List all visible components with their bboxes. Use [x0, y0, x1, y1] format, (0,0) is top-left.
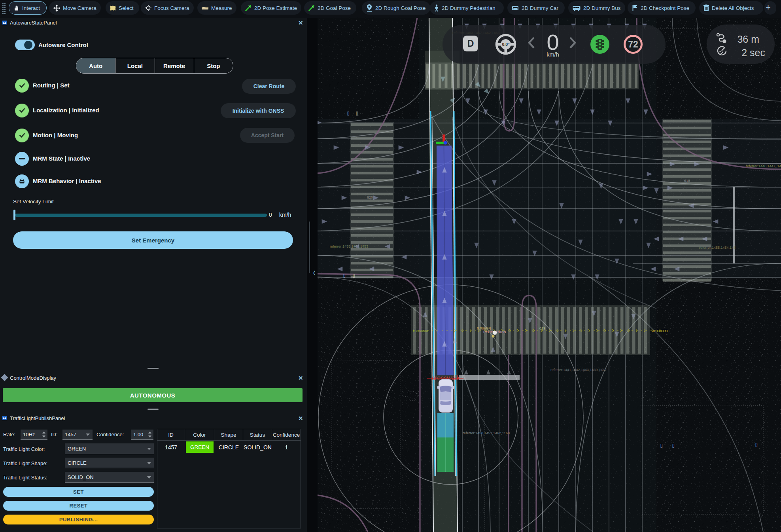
svg-text:[]: []	[343, 273, 346, 278]
svg-text:referrer:1455,1454,1453: referrer:1455,1454,1453	[330, 244, 368, 248]
svg-text:-0.333333: -0.333333	[652, 329, 668, 333]
svg-text:618: 618	[684, 179, 690, 183]
svg-text:0.333333: 0.333333	[413, 329, 428, 333]
svg-text:referrer:1441,1442,1443,1439,1: referrer:1441,1442,1443,1439,1437	[550, 368, 607, 372]
svg-text:[]: []	[347, 111, 350, 115]
svg-text:[]: []	[353, 273, 355, 278]
svg-text:[]: []	[672, 443, 675, 448]
svg-text:[]: []	[660, 443, 663, 448]
svg-text:referrer:1455,1454,145: referrer:1455,1454,145	[699, 246, 736, 250]
svg-text:0.0°: 0.0°	[502, 42, 510, 47]
svg-text:[]: []	[356, 111, 358, 115]
svg-text:referrer:1448,1447,,144: referrer:1448,1447,,144	[746, 164, 781, 168]
svg-text:620: 620	[367, 195, 373, 199]
svg-text:[]: []	[755, 443, 758, 447]
svg-text:619: 619	[539, 326, 545, 330]
svg-text:referrer:1458,1457,1462,1160: referrer:1458,1457,1462,1160	[463, 431, 510, 435]
